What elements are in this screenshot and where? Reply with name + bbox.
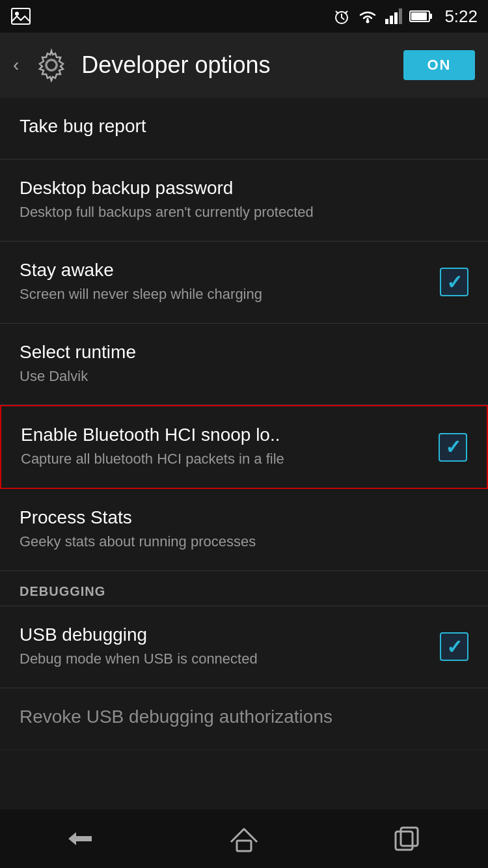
svg-rect-19 (401, 828, 418, 846)
page-title: Developer options (81, 51, 390, 79)
usb-debugging-subtitle: Debug mode when USB is connected (20, 649, 427, 669)
svg-rect-17 (237, 841, 251, 851)
status-bar: 5:22 (0, 0, 488, 33)
bluetooth-hci-item[interactable]: Enable Bluetooth HCI snoop lo.. Capture … (0, 405, 488, 489)
usb-debugging-title: USB debugging (20, 624, 427, 645)
status-time: 5:22 (444, 7, 478, 27)
settings-list: Take bug report Desktop backup password … (0, 98, 488, 809)
backup-password-title: Desktop backup password (20, 178, 468, 199)
nav-recents-button[interactable] (381, 822, 433, 855)
bluetooth-hci-title: Enable Bluetooth HCI snoop lo.. (21, 425, 426, 445)
svg-point-7 (366, 20, 370, 23)
settings-gear-icon (34, 48, 68, 82)
bottom-navigation (0, 809, 488, 868)
usb-debugging-item[interactable]: USB debugging Debug mode when USB is con… (0, 606, 488, 688)
svg-rect-14 (429, 14, 432, 19)
usb-debugging-checkbox[interactable] (440, 632, 468, 661)
select-runtime-subtitle: Use Dalvik (20, 367, 468, 387)
stay-awake-text: Stay awake Screen will never sleep while… (20, 260, 427, 305)
svg-rect-10 (394, 12, 398, 24)
stay-awake-item[interactable]: Stay awake Screen will never sleep while… (0, 242, 488, 324)
stay-awake-title: Stay awake (20, 260, 427, 281)
select-runtime-title: Select runtime (20, 342, 468, 363)
process-stats-item[interactable]: Process Stats Geeky stats about running … (0, 489, 488, 571)
select-runtime-text: Select runtime Use Dalvik (20, 342, 468, 387)
svg-line-5 (336, 11, 338, 14)
stay-awake-subtitle: Screen will never sleep while charging (20, 285, 427, 305)
nav-home-button[interactable] (218, 822, 270, 855)
back-arrow[interactable]: ‹ (13, 55, 19, 76)
svg-point-1 (15, 12, 19, 16)
debugging-section-header: DEBUGGING (0, 571, 488, 606)
image-icon (10, 6, 31, 27)
bluetooth-hci-text: Enable Bluetooth HCI snoop lo.. Capture … (21, 425, 426, 469)
backup-password-text: Desktop backup password Desktop full bac… (20, 178, 468, 223)
status-bar-left (10, 6, 326, 27)
wifi-icon (357, 7, 378, 25)
svg-line-4 (342, 18, 344, 20)
usb-debugging-text: USB debugging Debug mode when USB is con… (20, 624, 427, 669)
bluetooth-hci-subtitle: Capture all bluetooth HCI packets in a f… (21, 449, 426, 469)
battery-icon (409, 7, 433, 25)
backup-password-item[interactable]: Desktop backup password Desktop full bac… (0, 160, 488, 242)
app-header: ‹ Developer options ON (0, 33, 488, 98)
svg-point-16 (46, 59, 57, 71)
revoke-usb-item[interactable]: Revoke USB debugging authorizations (0, 688, 488, 750)
take-bug-report-title: Take bug report (20, 116, 468, 137)
select-runtime-item[interactable]: Select runtime Use Dalvik (0, 324, 488, 406)
svg-line-6 (345, 11, 347, 14)
svg-rect-9 (390, 16, 393, 24)
take-bug-report-item[interactable]: Take bug report (0, 98, 488, 160)
svg-rect-13 (411, 12, 427, 20)
process-stats-title: Process Stats (20, 507, 468, 528)
signal-icon (385, 7, 403, 25)
home-nav-icon (228, 822, 260, 855)
take-bug-report-text: Take bug report (20, 116, 468, 141)
debugging-section-label: DEBUGGING (20, 584, 105, 598)
stay-awake-checkbox[interactable] (440, 268, 468, 296)
status-icons: 5:22 (332, 7, 478, 27)
svg-rect-11 (399, 8, 402, 24)
nav-back-button[interactable] (55, 822, 107, 855)
backup-password-subtitle: Desktop full backups aren't currently pr… (20, 203, 468, 223)
developer-options-toggle[interactable]: ON (403, 50, 475, 80)
recents-nav-icon (390, 822, 423, 855)
process-stats-subtitle: Geeky stats about running processes (20, 532, 468, 552)
bluetooth-hci-checkbox[interactable] (439, 433, 467, 462)
revoke-usb-title: Revoke USB debugging authorizations (20, 707, 468, 727)
svg-rect-0 (12, 8, 30, 24)
svg-point-15 (46, 60, 57, 70)
svg-rect-8 (385, 19, 388, 24)
revoke-usb-text: Revoke USB debugging authorizations (20, 707, 468, 731)
svg-rect-18 (396, 832, 413, 850)
alarm-icon (332, 7, 351, 25)
process-stats-text: Process Stats Geeky stats about running … (20, 507, 468, 552)
back-nav-icon (62, 826, 101, 852)
